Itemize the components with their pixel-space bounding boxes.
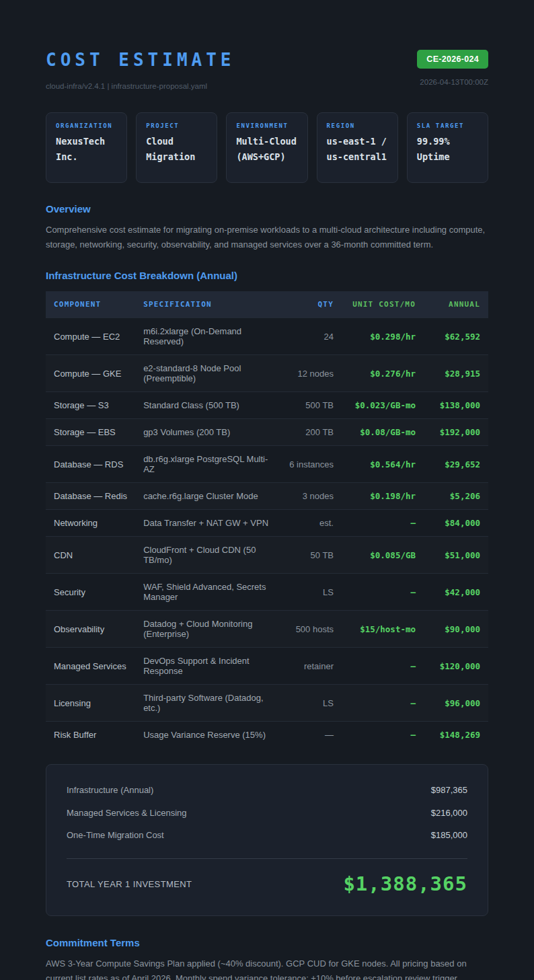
cell-specification: m6i.2xlarge (On-Demand Reserved) (135, 318, 280, 355)
col-header-unit-cost: UNIT COST/MO (342, 291, 424, 318)
col-header-qty: QTY (280, 291, 342, 318)
cell-unit-cost: $0.085/GB (342, 537, 424, 574)
cell-specification: CloudFront + Cloud CDN (50 TB/mo) (135, 537, 280, 574)
cell-component: CDN (46, 537, 135, 574)
cell-unit-cost: $0.023/GB-mo (342, 392, 424, 419)
cell-qty: 12 nodes (280, 355, 342, 392)
cell-component: Security (46, 574, 135, 611)
cell-qty: 50 TB (280, 537, 342, 574)
cell-annual: $29,652 (424, 446, 488, 483)
meta-card-label: ENVIRONMENT (236, 122, 297, 129)
cell-specification: Datadog + Cloud Monitoring (Enterprise) (135, 611, 280, 648)
meta-card-label: ORGANIZATION (56, 122, 117, 129)
generated-timestamp: 2026-04-13T00:00Z (420, 78, 488, 86)
cell-unit-cost: $0.298/hr (342, 318, 424, 355)
cell-unit-cost: $15/host-mo (342, 611, 424, 648)
cell-unit-cost: $0.564/hr (342, 446, 424, 483)
estimate-id-badge: CE-2026-024 (417, 50, 488, 69)
cell-unit-cost: – (342, 510, 424, 537)
table-row: Storage — EBS gp3 Volumes (200 TB) 200 T… (46, 419, 488, 446)
cell-unit-cost: $0.08/GB-mo (342, 419, 424, 446)
cell-annual: $28,915 (424, 355, 488, 392)
cell-qty: LS (280, 685, 342, 722)
summary-line-value: $987,365 (431, 785, 467, 795)
cell-annual: $148,269 (424, 722, 488, 749)
meta-card-value: NexusTech Inc. (56, 134, 117, 165)
cell-specification: Usage Variance Reserve (15%) (135, 722, 280, 749)
cell-qty: 6 instances (280, 446, 342, 483)
cell-qty: 200 TB (280, 419, 342, 446)
meta-card: PROJECT Cloud Migration (136, 112, 217, 183)
page-title: COST ESTIMATE (46, 50, 235, 70)
cell-qty: — (280, 722, 342, 749)
col-header-specification: SPECIFICATION (135, 291, 280, 318)
cell-annual: $42,000 (424, 574, 488, 611)
summary-line-value: $216,000 (431, 808, 467, 818)
col-header-annual: ANNUAL (424, 291, 488, 318)
table-row: Compute — GKE e2-standard-8 Node Pool (P… (46, 355, 488, 392)
summary-line-label: Infrastructure (Annual) (67, 785, 153, 795)
commitment-heading: Commitment Terms (46, 937, 488, 948)
total-label: TOTAL YEAR 1 INVESTMENT (67, 879, 192, 889)
cell-component: Managed Services (46, 648, 135, 685)
source-file-subtitle: cloud-infra/v2.4.1 | infrastructure-prop… (46, 82, 235, 90)
cost-summary-card: Infrastructure (Annual) $987,365 Managed… (46, 764, 488, 916)
meta-card-label: SLA TARGET (417, 122, 478, 129)
cell-annual: $90,000 (424, 611, 488, 648)
cell-unit-cost: – (342, 574, 424, 611)
breakdown-heading: Infrastructure Cost Breakdown (Annual) (46, 270, 488, 281)
meta-card: ENVIRONMENT Multi-Cloud (AWS+GCP) (226, 112, 307, 183)
table-row: Managed Services DevOps Support & Incide… (46, 648, 488, 685)
meta-card-label: REGION (327, 122, 388, 129)
cell-annual: $5,206 (424, 483, 488, 510)
cell-component: Observability (46, 611, 135, 648)
meta-card-value: Multi-Cloud (AWS+GCP) (236, 134, 297, 165)
meta-card: ORGANIZATION NexusTech Inc. (46, 112, 127, 183)
cell-component: Compute — GKE (46, 355, 135, 392)
cell-component: Database — Redis (46, 483, 135, 510)
cell-qty: retainer (280, 648, 342, 685)
summary-line-label: Managed Services & Licensing (67, 808, 187, 818)
cell-component: Licensing (46, 685, 135, 722)
cell-unit-cost: – (342, 685, 424, 722)
cell-component: Database — RDS (46, 446, 135, 483)
summary-divider (67, 858, 467, 859)
table-row: Database — Redis cache.r6g.large Cluster… (46, 483, 488, 510)
cell-qty: est. (280, 510, 342, 537)
cost-breakdown-table: COMPONENT SPECIFICATION QTY UNIT COST/MO… (46, 291, 488, 748)
cell-component: Networking (46, 510, 135, 537)
cell-annual: $192,000 (424, 419, 488, 446)
header-right: CE-2026-024 2026-04-13T00:00Z (417, 50, 488, 86)
summary-line: Managed Services & Licensing $216,000 (67, 808, 467, 818)
commitment-paragraph: AWS 3-Year Compute Savings Plan applied … (46, 956, 488, 980)
summary-line-value: $185,000 (431, 830, 467, 840)
cell-component: Risk Buffer (46, 722, 135, 749)
table-row: Storage — S3 Standard Class (500 TB) 500… (46, 392, 488, 419)
cell-unit-cost: $0.276/hr (342, 355, 424, 392)
cell-unit-cost: $0.198/hr (342, 483, 424, 510)
meta-card: REGION us-east-1 / us-central1 (317, 112, 398, 183)
cell-unit-cost: – (342, 648, 424, 685)
cell-component: Storage — S3 (46, 392, 135, 419)
cell-annual: $120,000 (424, 648, 488, 685)
meta-card-value: 99.99% Uptime (417, 134, 478, 165)
table-row: Licensing Third-party Software (Datadog,… (46, 685, 488, 722)
overview-paragraph: Comprehensive cost estimate for migratin… (46, 223, 488, 252)
cell-qty: 500 hosts (280, 611, 342, 648)
cell-specification: e2-standard-8 Node Pool (Preemptible) (135, 355, 280, 392)
table-row: Database — RDS db.r6g.xlarge PostgreSQL … (46, 446, 488, 483)
summary-line-label: One-Time Migration Cost (67, 830, 164, 840)
col-header-component: COMPONENT (46, 291, 135, 318)
overview-heading: Overview (46, 203, 488, 215)
table-row: CDN CloudFront + Cloud CDN (50 TB/mo) 50… (46, 537, 488, 574)
cell-qty: 500 TB (280, 392, 342, 419)
document-header: COST ESTIMATE cloud-infra/v2.4.1 | infra… (46, 50, 488, 90)
cell-component: Storage — EBS (46, 419, 135, 446)
cell-unit-cost: – (342, 722, 424, 749)
meta-card: SLA TARGET 99.99% Uptime (407, 112, 488, 183)
cell-component: Compute — EC2 (46, 318, 135, 355)
cell-specification: WAF, Shield Advanced, Secrets Manager (135, 574, 280, 611)
cost-estimate-document: { "header": { "title": "COST ESTIMATE", … (0, 0, 534, 980)
cell-specification: cache.r6g.large Cluster Mode (135, 483, 280, 510)
meta-card-label: PROJECT (146, 122, 207, 129)
